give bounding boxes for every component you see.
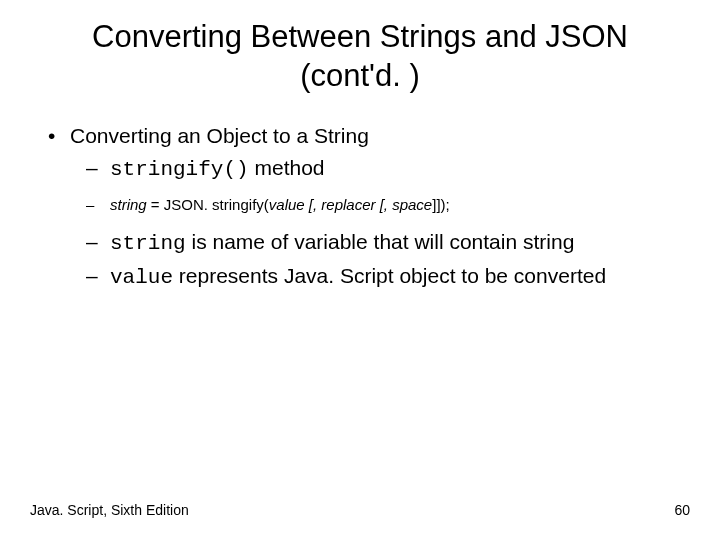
dash-icon: – bbox=[86, 153, 110, 184]
code-value: value bbox=[110, 266, 173, 289]
sub3-rest: represents Java. Script object to be con… bbox=[173, 264, 606, 287]
bullet-level2-string-desc: – string is name of variable that will c… bbox=[86, 227, 690, 258]
dash-icon: – bbox=[86, 194, 110, 217]
sub3-content: value represents Java. Script object to … bbox=[110, 261, 606, 292]
sub1-rest: method bbox=[249, 156, 325, 179]
bullet-level3-syntax: – string = JSON. stringify(value [, repl… bbox=[86, 194, 690, 217]
syntax-args: value [, replacer [, space bbox=[269, 196, 432, 213]
slide: Converting Between Strings and JSON (con… bbox=[0, 0, 720, 540]
dash-icon: – bbox=[86, 261, 110, 292]
bullet-icon: • bbox=[44, 122, 70, 150]
code-string: string bbox=[110, 232, 186, 255]
syntax-string: string bbox=[110, 196, 147, 213]
footer-book-title: Java. Script, Sixth Edition bbox=[30, 502, 189, 518]
bullet1-text: Converting an Object to a String bbox=[70, 122, 369, 150]
bullet-level1: • Converting an Object to a String bbox=[44, 122, 690, 150]
syntax-mid: = JSON. stringify( bbox=[147, 196, 269, 213]
sub2-content: string is name of variable that will con… bbox=[110, 227, 574, 258]
syntax-end: ]]); bbox=[432, 196, 450, 213]
bullet-level2-method: – stringify() method bbox=[86, 153, 690, 184]
dash-icon: – bbox=[86, 227, 110, 258]
code-line: string = JSON. stringify(value [, replac… bbox=[110, 194, 450, 217]
sub2-rest: is name of variable that will contain st… bbox=[186, 230, 575, 253]
sub1-content: stringify() method bbox=[110, 153, 325, 184]
footer-page-number: 60 bbox=[674, 502, 690, 518]
bullet-level2-value-desc: – value represents Java. Script object t… bbox=[86, 261, 690, 292]
slide-title: Converting Between Strings and JSON (con… bbox=[30, 18, 690, 96]
code-stringify: stringify() bbox=[110, 158, 249, 181]
